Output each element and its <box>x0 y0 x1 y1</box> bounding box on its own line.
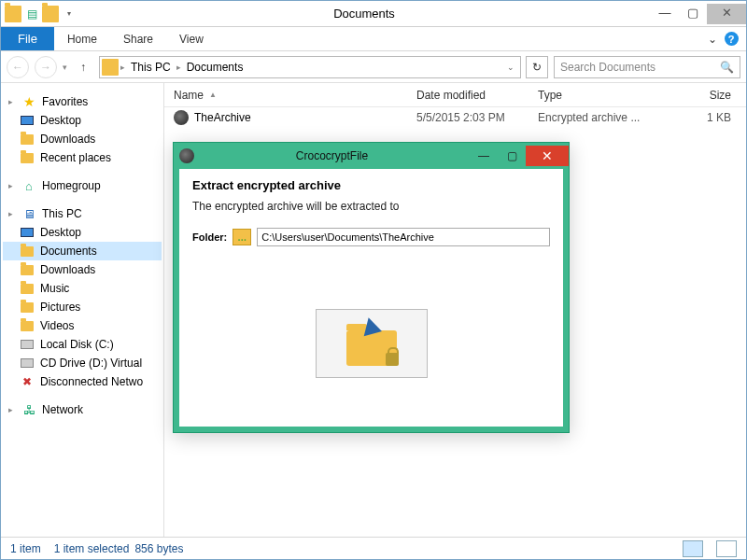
view-details-button[interactable] <box>683 540 703 557</box>
sort-asc-icon: ▲ <box>209 91 217 99</box>
dialog-titlebar: CrococryptFile — ▢ ✕ <box>174 143 569 169</box>
nav-toolbar: ← → ▾ ↑ ▸ This PC ▸ Documents ⌄ ↻ Search… <box>1 51 746 83</box>
status-bar: 1 item 1 item selected 856 bytes <box>1 537 746 559</box>
sidebar-thispc[interactable]: ▸🖥This PC <box>3 204 162 223</box>
sidebar-network[interactable]: ▸🖧Network <box>3 400 162 419</box>
col-date[interactable]: Date modified <box>407 89 529 102</box>
file-type: Encrypted archive ... <box>529 111 650 124</box>
sidebar-item-music[interactable]: Music <box>3 279 162 298</box>
forward-button[interactable]: → <box>35 56 57 78</box>
ribbon-tabs: File Home Share View ⌄ ? <box>1 27 746 51</box>
refresh-button[interactable]: ↻ <box>526 56 548 78</box>
search-icon: 🔍 <box>720 61 734 74</box>
view-icons-button[interactable] <box>716 540 737 557</box>
nav-pane: ▸★Favorites Desktop Downloads Recent pla… <box>1 83 164 537</box>
dialog-maximize-button[interactable]: ▢ <box>498 146 526 166</box>
breadcrumb-thispc[interactable]: This PC <box>127 61 175 74</box>
qat-newfolder-icon[interactable] <box>42 6 59 22</box>
close-button[interactable]: ✕ <box>707 4 746 24</box>
dialog-subheading: The encrypted archive will be extracted … <box>192 200 550 213</box>
extract-button[interactable] <box>316 309 428 378</box>
file-name: TheArchive <box>194 111 251 124</box>
window-title: Documents <box>78 7 651 21</box>
sidebar-item-recent[interactable]: Recent places <box>3 148 162 167</box>
dialog-title: CrococryptFile <box>194 149 470 162</box>
sidebar-item-cddrive[interactable]: CD Drive (D:) Virtual <box>3 354 162 372</box>
table-row[interactable]: TheArchive 5/5/2015 2:03 PM Encrypted ar… <box>164 107 746 128</box>
maximize-button[interactable]: ▢ <box>679 4 707 24</box>
sidebar-item-desktop2[interactable]: Desktop <box>3 223 162 242</box>
folder-icon <box>102 59 119 76</box>
sidebar-item-videos[interactable]: Videos <box>3 316 162 335</box>
address-bar[interactable]: ▸ This PC ▸ Documents ⌄ <box>99 56 521 78</box>
crococrypt-dialog: CrococryptFile — ▢ ✕ Extract encrypted a… <box>173 142 570 433</box>
search-placeholder: Search Documents <box>560 61 655 74</box>
chevron-right-icon[interactable]: ▸ <box>176 63 181 72</box>
browse-button[interactable]: … <box>233 229 251 245</box>
qat-icon[interactable] <box>5 6 21 22</box>
status-bytes: 856 bytes <box>134 542 183 555</box>
sidebar-favorites[interactable]: ▸★Favorites <box>3 92 162 111</box>
sidebar-item-desktop[interactable]: Desktop <box>3 111 162 130</box>
status-count: 1 item <box>10 542 41 555</box>
tab-view[interactable]: View <box>166 27 217 50</box>
tab-home[interactable]: Home <box>54 27 110 50</box>
app-icon <box>179 148 194 163</box>
file-icon <box>174 110 189 125</box>
sidebar-item-disconnected[interactable]: ✖Disconnected Netwo <box>3 372 162 391</box>
sidebar-item-downloads[interactable]: Downloads <box>3 130 162 148</box>
tab-file[interactable]: File <box>1 27 54 50</box>
tab-share[interactable]: Share <box>110 27 166 50</box>
history-dropdown-icon[interactable]: ▾ <box>63 63 67 72</box>
extract-folder-unlock-icon <box>339 319 404 368</box>
sidebar-item-downloads2[interactable]: Downloads <box>3 260 162 279</box>
back-button[interactable]: ← <box>7 56 29 78</box>
help-icon[interactable]: ? <box>722 27 740 50</box>
minimize-button[interactable]: — <box>651 4 679 24</box>
dialog-heading: Extract encrypted archive <box>192 178 550 192</box>
dialog-minimize-button[interactable]: — <box>470 146 498 166</box>
address-dropdown-icon[interactable]: ⌄ <box>503 63 518 72</box>
folder-input[interactable] <box>257 228 550 246</box>
qat-dropdown-icon[interactable]: ▾ <box>61 6 78 22</box>
sidebar-item-pictures[interactable]: Pictures <box>3 298 162 316</box>
folder-label: Folder: <box>192 231 227 243</box>
col-type[interactable]: Type <box>529 89 650 102</box>
file-date: 5/5/2015 2:03 PM <box>407 111 529 124</box>
status-selected: 1 item selected <box>54 542 130 555</box>
breadcrumb-documents[interactable]: Documents <box>183 61 247 74</box>
sidebar-homegroup[interactable]: ▸⌂Homegroup <box>3 176 162 195</box>
dialog-body: Extract encrypted archive The encrypted … <box>179 169 563 427</box>
column-headers: Name ▲ Date modified Type Size <box>164 83 746 107</box>
qat-properties-icon[interactable]: ▤ <box>23 6 40 22</box>
file-size: 1 KB <box>650 111 746 124</box>
sidebar-item-localdisk[interactable]: Local Disk (C:) <box>3 335 162 354</box>
up-button[interactable]: ↑ <box>73 57 93 77</box>
col-size[interactable]: Size <box>650 89 746 102</box>
titlebar: ▤ ▾ Documents — ▢ ✕ <box>1 1 746 27</box>
search-input[interactable]: Search Documents 🔍 <box>554 56 740 78</box>
dialog-close-button[interactable]: ✕ <box>526 146 569 166</box>
col-name[interactable]: Name ▲ <box>164 89 407 102</box>
sidebar-item-documents[interactable]: Documents <box>3 242 162 260</box>
ribbon-expand-icon[interactable]: ⌄ <box>703 27 722 50</box>
chevron-right-icon[interactable]: ▸ <box>120 63 125 72</box>
